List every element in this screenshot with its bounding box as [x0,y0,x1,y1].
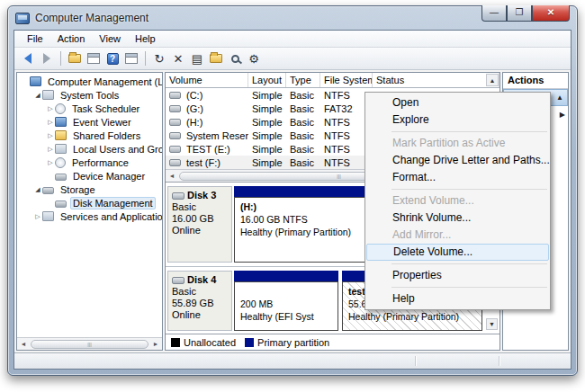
expand-icon[interactable]: ▷ [46,159,55,166]
title-bar[interactable]: Computer Management — ❐ ✕ [8,6,577,30]
collapse-icon[interactable]: ◢ [33,186,42,193]
console-window-icon[interactable] [123,51,140,67]
menu-item-delete-volume[interactable]: Delete Volume... [366,244,549,261]
volume-cell: (C:) [183,90,248,101]
partition[interactable]: 200 MBHealthy (EFI Syst [234,271,338,331]
column-header-status[interactable]: Status [373,73,500,87]
volume-list-header[interactable]: VolumeLayoutTypeFile SystemStatus [166,73,500,88]
tree-item-label: Disk Management [70,197,156,209]
scroll-left-icon[interactable]: ◄ [17,341,30,347]
sidebar-item-device-manager[interactable]: Device Manager [17,169,162,183]
sidebar-item-services-and-applications[interactable]: ▷Services and Applications [17,209,162,223]
partition-legend: UnallocatedPrimary partition [166,334,500,350]
menu-item-explore[interactable]: Explore [366,111,549,129]
scroll-left-icon[interactable]: ◄ [166,173,178,179]
tree-item-label: Shared Folders [70,130,143,141]
column-header-file-system[interactable]: File System [320,73,373,87]
partition-health: Healthy (Primary Partition) [348,310,476,323]
menu-separator [392,189,547,190]
show-console-tree-icon[interactable] [86,51,102,67]
column-header-volume[interactable]: Volume [166,73,248,87]
disk-type: Basic [172,286,228,298]
more-actions-arrow-icon[interactable]: ▶ [560,111,565,119]
menu-item-shrink-volume[interactable]: Shrink Volume... [366,209,549,227]
volume-cell: Simple [248,157,286,168]
partition-body[interactable]: 200 MBHealthy (EFI Syst [234,281,338,331]
sidebar-item-task-scheduler[interactable]: ▷Task Scheduler [17,102,162,115]
disk-label[interactable]: Disk 4Basic55.89 GBOnline [167,271,232,331]
sidebar-item-computer-management-local[interactable]: Computer Management (Local [17,75,162,88]
event-viewer-icon [55,117,67,127]
console-tree-pane: Computer Management (Local◢System Tools▷… [16,72,163,351]
expand-icon[interactable]: ▷ [46,105,55,112]
help-icon[interactable]: ? [104,51,121,67]
menu-item-properties[interactable]: Properties [366,267,549,284]
tree-horizontal-scrollbar[interactable]: ◄ ||| ► [17,337,162,350]
open-folder-icon[interactable] [208,51,224,67]
partition-color-bar [234,271,338,281]
menu-view[interactable]: View [92,31,128,46]
expand-icon[interactable]: ▷ [33,213,42,220]
menu-item-format[interactable]: Format... [366,169,549,186]
disk-status: Online [172,225,228,236]
partition-size: 200 MB [240,298,332,310]
volume-cell: System Reserved [183,130,248,141]
column-header-layout[interactable]: Layout [248,73,286,87]
back-icon[interactable] [20,51,36,67]
menu-file[interactable]: File [20,31,50,46]
menu-item-change-drive-letter-and-paths[interactable]: Change Drive Letter and Paths... [366,152,549,169]
scroll-thumb[interactable]: ||| [31,340,148,349]
find-icon[interactable] [227,51,243,67]
minimize-button[interactable]: — [482,5,507,22]
scroll-right-icon[interactable]: ► [149,341,162,347]
expand-icon[interactable]: ▷ [46,146,55,153]
menu-separator [392,287,547,288]
disk-status: Online [172,309,228,321]
volume-cell: Simple [248,90,286,101]
sidebar-item-performance[interactable]: ▷Performance [17,156,162,169]
volume-cell: (H:) [183,117,248,128]
legend-label: Unallocated [184,337,236,348]
sidebar-item-local-users-and-groups[interactable]: ▷Local Users and Groups [17,142,162,156]
sidebar-item-shared-folders[interactable]: ▷Shared Folders [17,129,162,142]
forward-icon[interactable] [39,51,55,67]
sidebar-item-event-viewer[interactable]: ▷Event Viewer [17,115,162,129]
maximize-button[interactable]: ❐ [507,5,532,22]
volume-cell: Simple [248,103,286,114]
expand-icon[interactable]: ▷ [46,132,55,139]
disk-name-text: Disk 4 [187,274,216,286]
menu-item-mark-partition-as-active: Mark Partition as Active [366,135,549,152]
volume-cell: Simple [248,117,286,128]
menu-action[interactable]: Action [50,31,93,46]
menu-bar: FileActionViewHelp [14,31,571,48]
legend-item: Unallocated [171,337,236,348]
collapse-arrow-icon[interactable]: ▲ [556,94,563,102]
disk-scroll-down-icon[interactable]: ▼ [486,318,498,330]
column-header-type[interactable]: Type [286,73,320,87]
sidebar-item-disk-management[interactable]: Disk Management [17,196,162,209]
menu-item-help[interactable]: Help [366,290,549,307]
sidebar-item-system-tools[interactable]: ◢System Tools [17,88,162,102]
statusbar-divider [499,356,500,366]
volume-scroll-up-icon[interactable]: ▲ [486,74,499,86]
manage-icon[interactable]: ⚙ [246,51,262,67]
refresh-icon[interactable]: ↻ [151,51,167,67]
disk-icon [172,277,184,284]
tree-item-label: Device Manager [70,171,148,182]
collapse-icon[interactable]: ◢ [33,92,42,99]
menu-help[interactable]: Help [128,31,163,46]
sidebar-item-storage[interactable]: ◢Storage [17,183,162,196]
close-button[interactable]: ✕ [532,5,570,22]
disk-label[interactable]: Disk 3Basic16.00 GBOnline [167,186,232,263]
expand-icon[interactable]: ▷ [46,119,55,126]
properties-icon[interactable]: ▤ [189,51,205,67]
menu-item-open[interactable]: Open [366,94,549,111]
volume-cell: Simple [248,144,286,155]
delete-icon[interactable]: ✕ [170,51,186,67]
disk-size: 55.89 GB [172,298,228,309]
up-level-icon[interactable] [67,51,83,67]
volume-cell: TEST (E:) [183,144,248,155]
volume-cell: Basic [286,157,320,168]
statusbar-divider [415,356,416,366]
toolbar-separator [145,51,146,66]
